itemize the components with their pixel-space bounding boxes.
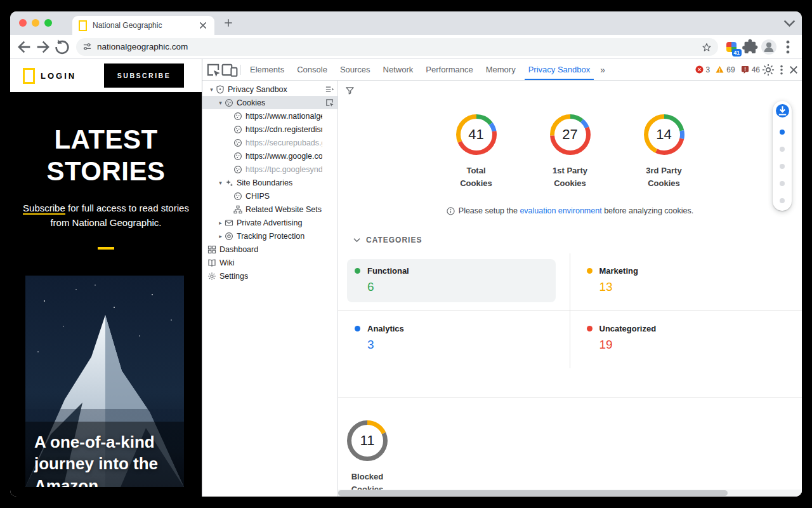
tree-item-cookies[interactable]: ▾Cookies [202,96,337,109]
tree-item-https-www-nationalgeo[interactable]: https://www.nationalgeo [202,109,337,123]
tree-item-label: CHIPS [246,192,270,201]
warning-icon [716,65,724,74]
errors-badge[interactable]: 3 [695,65,710,74]
donut-1st-party-cookies-ring: 27 [549,114,591,156]
tree-expand-chevron-icon[interactable]: ▾ [216,100,225,106]
category-cell-marketing[interactable]: Marketing13 [570,253,802,311]
devtools-tab-memory[interactable]: Memory [480,59,522,80]
devtools-tabs: ElementsConsoleSourcesNetworkPerformance… [244,59,596,80]
category-marketing[interactable]: Marketing13 [579,259,789,302]
devtools-menu-kebab-icon[interactable] [775,64,788,76]
donut-1st-party-cookies-value: 27 [549,114,591,156]
new-tab-button[interactable] [223,18,233,28]
rail-dot-1[interactable] [780,130,785,135]
tree-item-label: https://tpc.googlesyndic [246,165,322,174]
tree-expand-chevron-icon[interactable]: ▾ [216,180,225,186]
download-button[interactable] [776,104,789,117]
maximize-window-button[interactable] [44,19,52,27]
reload-button[interactable] [53,38,71,56]
forward-button[interactable] [34,38,52,56]
devtools-tab-privacy-sandbox[interactable]: Privacy Sandbox [522,59,597,80]
headline-line-1: LATEST [10,124,202,156]
browser-toolbar: nationalgeographic.com 41 [10,35,802,59]
devtools-close-icon[interactable] [788,64,799,76]
issues-badge[interactable]: 46 [741,65,760,74]
close-window-button[interactable] [19,19,27,27]
category-cell-uncategorized[interactable]: Uncategorized19 [570,311,802,368]
hero-story-card[interactable]: A one-of-a-kind journey into the Amazon [25,276,184,487]
category-analytics[interactable]: Analytics3 [347,317,556,360]
devtools-tab-elements[interactable]: Elements [244,59,291,80]
categories-section-header[interactable]: CATEGORIES [353,236,802,244]
tree-item-dashboard[interactable]: Dashboard [202,243,337,256]
tree-item-tracking-protection[interactable]: ▸Tracking Protection [202,229,337,243]
page-title: LATEST STORIES [10,124,202,187]
site-settings-icon[interactable] [82,42,92,51]
filter-funnel-icon[interactable] [345,86,355,95]
tree-item-settings[interactable]: Settings [202,269,337,283]
tree-item-https-cdn-registerdisne[interactable]: https://cdn.registerdisne [202,123,337,136]
tab-close-icon[interactable] [198,20,208,30]
bookmark-star-icon[interactable] [702,42,712,52]
cookie-icon [233,138,242,147]
private-advertising-icon [225,218,233,227]
profile-button[interactable] [760,38,778,56]
evaluation-environment-link[interactable]: evaluation environment [520,206,601,215]
rail-dot-5[interactable] [780,198,785,203]
back-button[interactable] [15,38,33,56]
issues-count: 46 [752,65,760,74]
devtools-settings-gear-icon[interactable] [761,63,775,77]
hero-caption[interactable]: A one-of-a-kind journey into the Amazon [34,431,179,487]
address-bar[interactable]: nationalgeographic.com [76,38,718,56]
warnings-badge[interactable]: 69 [716,65,735,74]
cookie-icon [225,98,233,107]
devtools-tab-performance[interactable]: Performance [419,59,479,80]
rail-dot-4[interactable] [780,181,785,186]
category-cell-analytics[interactable]: Analytics3 [338,311,570,368]
tree-item-chips[interactable]: CHIPS [202,189,337,203]
menu-icon[interactable] [325,84,334,94]
tab-search-chevron-icon[interactable] [783,17,796,29]
tree-item-https-tpc-googlesyndic[interactable]: https://tpc.googlesyndic [202,163,337,176]
tree-collapse-chevron-icon[interactable]: ▸ [216,233,225,239]
more-tabs-button[interactable]: » [596,65,609,75]
inspect-element-icon[interactable] [205,62,221,78]
category-uncategorized[interactable]: Uncategorized19 [579,317,789,360]
tree-collapse-chevron-icon[interactable]: ▸ [216,220,225,226]
category-count: 13 [599,280,781,294]
category-cell-functional[interactable]: Functional6 [338,253,570,311]
subscribe-button[interactable]: SUBSCRIBE [104,64,184,88]
tree-item-wiki[interactable]: Wiki [202,256,337,269]
tree-item-privacy-sandbox[interactable]: ▾Privacy Sandbox [202,83,337,96]
info-icon [447,207,455,215]
browser-tab[interactable]: National Geographic [72,16,214,35]
category-functional[interactable]: Functional6 [347,259,556,302]
tree-item-site-boundaries[interactable]: ▾Site Boundaries [202,176,337,189]
category-name: Functional [367,266,409,276]
tree-expand-chevron-icon[interactable]: ▾ [207,86,216,93]
devtools-tab-console[interactable]: Console [291,59,334,80]
tree-item-related-website-sets[interactable]: Related Website Sets [202,203,337,216]
national-geographic-logo[interactable] [23,68,35,84]
tree-item-https-www-google-com[interactable]: https://www.google.com [202,149,337,163]
browser-menu-button[interactable] [779,38,797,56]
rail-dot-2[interactable] [780,147,785,152]
tree-item-https-securepubads-g[interactable]: https://securepubads.g... [202,136,337,149]
login-button[interactable]: LOGIN [41,71,76,81]
rail-dot-3[interactable] [780,164,785,169]
horizontal-scrollbar[interactable] [338,490,802,497]
devtools-tab-sources[interactable]: Sources [334,59,377,80]
status-badges: 3 69 46 [695,65,761,74]
category-dot-marketing [587,268,593,274]
subscribe-link[interactable]: Subscribe [23,203,65,215]
extensions-puzzle-icon[interactable] [741,38,759,56]
devtools-tab-network[interactable]: Network [377,59,420,80]
inspect-icon[interactable] [325,98,334,107]
scrollbar-thumb[interactable] [338,490,728,496]
minimize-window-button[interactable] [32,19,39,27]
tree-item-private-advertising[interactable]: ▸Private Advertising [202,216,337,229]
errors-count: 3 [706,65,710,74]
privacy-sandbox-extension-button[interactable]: 41 [723,39,740,55]
warnings-count: 69 [726,65,735,74]
device-toolbar-icon[interactable] [221,62,238,78]
